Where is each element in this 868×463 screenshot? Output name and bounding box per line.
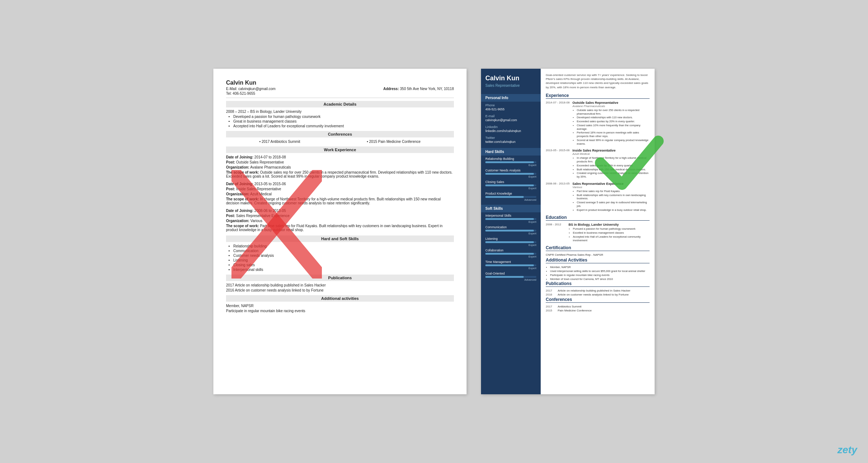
hard-skill-4: Product Knowledge Advanced: [481, 190, 541, 202]
conf-row-2: 2015 Pain Medicine Conference: [546, 309, 650, 312]
academic-bullet-3: Accepted into Hall of Leaders for except…: [233, 124, 454, 128]
pub-row-1: 2017 Article on relationship building pu…: [546, 289, 650, 292]
work-entry-1: Date of Joining: 2014-07 to 2018-08 Post…: [226, 155, 454, 178]
work-section-header: Work Experience: [226, 146, 454, 153]
conferences-title: Conferences: [546, 297, 650, 303]
skill-3: Customer needs analysis: [233, 254, 454, 258]
zety-watermark: zety: [838, 444, 857, 456]
skill-2: Communication: [233, 249, 454, 253]
right-edu-1: 2008 - 2012 BS in Biology, Lander Univer…: [546, 223, 650, 242]
academic-bullet-2: Great in business management classes: [233, 119, 454, 123]
soft-skill-3: Listening Expert: [481, 235, 541, 247]
work-entry-3: Date of Joining: 2008-06 to 2013-05 Post…: [226, 209, 454, 232]
pub-row-2: 2016 Article on customer needs analysis …: [546, 293, 650, 296]
soft-skill-4: Collaboration Expert: [481, 247, 541, 259]
sidebar-phone: Phone 406-521-9655: [481, 102, 541, 112]
additional-list: Member, NAPSR Used interpersonal selling…: [546, 266, 650, 281]
sidebar-name: Calvin Kun: [485, 75, 536, 82]
academic-bullets: Developed a passion for human pathology …: [226, 115, 454, 128]
skills-list: Relationship building Communication Cust…: [226, 244, 454, 272]
soft-skill-6: Goal-Oriented Advanced: [481, 270, 541, 282]
left-address: Address: 350 5th Ave New York, NY, 10118: [383, 87, 454, 91]
publications-title: Publications: [546, 281, 650, 287]
conf-2: • 2015 Pain Medicine Conference: [367, 140, 421, 144]
right-main: Goal-oriented customer service rep with …: [541, 69, 655, 394]
sidebar-title: Sales Representative: [485, 84, 536, 88]
sidebar-header: Calvin Kun Sales Representative: [481, 69, 541, 91]
academic-bullet-1: Developed a passion for human pathology …: [233, 115, 454, 119]
certification-title: Certification: [546, 245, 650, 251]
additional-section-header: Additional activities: [226, 295, 454, 302]
right-exp-3: 2008-06 - 2013-05 Sales Representative E…: [546, 182, 650, 212]
left-name: Calvin Kun: [226, 80, 454, 86]
skill-1: Relationship building: [233, 244, 454, 248]
additional-2: Participate in regular mountain bike rac…: [226, 309, 454, 313]
additional-1: Member, NAPSR: [226, 304, 454, 308]
work-entry-2: Date of Joining: 2013-05 to 2015-06 Post…: [226, 182, 454, 205]
pub-2: 2016 Article on customer needs analysis …: [226, 288, 454, 292]
right-resume: Calvin Kun Sales Representative Personal…: [481, 69, 655, 394]
education-title: Education: [546, 215, 650, 221]
soft-skill-1: Interpersonal Skills Expert: [481, 212, 541, 224]
right-exp-2: 2013-05 - 2015-06 Inside Sales Represent…: [546, 149, 650, 179]
skills-section-header: Hard and Soft Skills: [226, 235, 454, 242]
right-exp-1: 2014-07 - 2018-08 Outside Sales Represen…: [546, 101, 650, 146]
sidebar-twitter: Twitter twitter.com/calvinqkun: [481, 134, 541, 145]
right-sidebar: Calvin Kun Sales Representative Personal…: [481, 69, 541, 394]
degree-line: 2008 – 2012 – BS in Biology, Lander Univ…: [226, 110, 454, 114]
conf-row-1: 2017 Antibiotics Summit: [546, 305, 650, 308]
additional-activities-title: Additional Activities: [546, 258, 650, 263]
hard-skill-3: Closing Sales Expert: [481, 179, 541, 190]
experience-title: Experience: [546, 93, 650, 99]
soft-skill-5: Time Management Expert: [481, 259, 541, 270]
conferences-row: • 2017 Antibiotics Summit • 2015 Pain Me…: [226, 140, 454, 144]
hard-skill-2: Customer Needs Analysis Expert: [481, 167, 541, 179]
pub-1: 2017 Article on relationship building pu…: [226, 283, 454, 287]
pubs-section-header: Publications: [226, 275, 454, 281]
sidebar-linkedin: LinkedIn linkedin.com/in/calvinqkun: [481, 123, 541, 134]
conferences-section-header: Conferences: [226, 131, 454, 137]
hard-skills-title: Hard Skills: [481, 148, 541, 156]
sidebar-email: E-mail calvinqkun@gmail.com: [481, 112, 541, 123]
conf-1: • 2017 Antibiotics Summit: [259, 140, 300, 144]
soft-skills-title: Soft Skills: [481, 205, 541, 212]
left-email: E-Mail: calvinqkun@gmail.com: [226, 87, 276, 91]
skill-5: Closing sales: [233, 263, 454, 267]
left-resume: Calvin Kun E-Mail: calvinqkun@gmail.com …: [213, 69, 467, 394]
certification-text: CNPR Certified Pharma Sales Rep - NAPSR: [546, 253, 650, 256]
left-tel: Tel: 406-521-9655: [226, 92, 454, 95]
skill-6: Interpersonal skills: [233, 268, 454, 272]
soft-skill-2: Communication Expert: [481, 224, 541, 235]
personal-info-title: Personal Info: [481, 94, 541, 102]
academic-section-header: Academic Details: [226, 101, 454, 107]
right-summary: Goal-oriented customer service rep with …: [546, 73, 650, 89]
hard-skill-1: Relationship Building Expert: [481, 156, 541, 167]
skill-4: Listening: [233, 258, 454, 262]
